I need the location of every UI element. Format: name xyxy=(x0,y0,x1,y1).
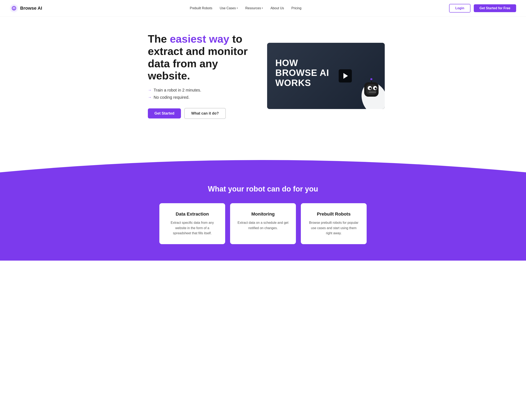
feature-card-title: Prebuilt Robots xyxy=(307,211,360,217)
logo-icon xyxy=(10,4,18,12)
features-section: What your robot can do for you Data Extr… xyxy=(0,148,526,261)
hero-title: The easiest way to extract and monitor d… xyxy=(148,33,255,82)
play-triangle-icon xyxy=(344,73,348,79)
hero-bullets: → Train a robot in 2 minutes. → No codin… xyxy=(148,88,255,100)
video-thumbnail[interactable]: HOW BROWSE AI WORKS xyxy=(267,43,385,109)
navbar-actions: Login Get Started for Free xyxy=(449,4,516,12)
arrow-right-icon: → xyxy=(148,95,152,100)
features-title: What your robot can do for you xyxy=(10,185,516,193)
nav-item-prebuilt-robots[interactable]: Prebuilt Robots xyxy=(190,6,212,10)
feature-card-monitoring: Monitoring Extract data on a schedule an… xyxy=(230,203,296,244)
get-started-free-button[interactable]: Get Started for Free xyxy=(474,4,516,12)
hero-video: HOW BROWSE AI WORKS xyxy=(267,43,385,109)
logo-link[interactable]: Browse AI xyxy=(10,4,42,12)
svg-rect-14 xyxy=(369,92,376,93)
robot-mascot-icon xyxy=(350,66,385,109)
nav-item-about-us[interactable]: About Us xyxy=(270,6,284,10)
arrow-right-icon: → xyxy=(148,88,152,92)
svg-rect-15 xyxy=(371,80,372,83)
svg-rect-6 xyxy=(14,6,14,7)
feature-card-data-extraction: Data Extraction Extract specific data fr… xyxy=(159,203,225,244)
svg-point-4 xyxy=(14,8,15,9)
svg-point-13 xyxy=(375,87,377,90)
feature-card-description: Extract data on a schedule and get notif… xyxy=(237,220,289,231)
video-title-text: HOW BROWSE AI WORKS xyxy=(275,58,329,88)
feature-card-title: Data Extraction xyxy=(166,211,219,217)
hero-section: The easiest way to extract and monitor d… xyxy=(132,16,394,139)
hero-content: The easiest way to extract and monitor d… xyxy=(148,33,255,119)
chevron-down-icon: ▾ xyxy=(237,7,238,10)
feature-card-prebuilt-robots: Prebuilt Robots Browse prebuilt robots f… xyxy=(301,203,367,244)
curve-divider xyxy=(0,148,526,172)
get-started-button[interactable]: Get Started xyxy=(148,108,181,118)
svg-rect-5 xyxy=(13,9,15,10)
feature-card-title: Monitoring xyxy=(237,211,289,217)
feature-card-description: Browse prebuilt robots for popular use c… xyxy=(307,220,360,236)
what-can-it-do-button[interactable]: What can it do? xyxy=(184,108,226,119)
hero-bullet-1: → Train a robot in 2 minutes. xyxy=(148,88,255,92)
chevron-down-icon: ▾ xyxy=(262,7,263,10)
svg-point-16 xyxy=(370,78,372,80)
brand-name: Browse AI xyxy=(20,6,42,11)
hero-buttons: Get Started What can it do? xyxy=(148,108,255,119)
navbar: Browse AI Prebuilt Robots Use Cases ▾ Re… xyxy=(0,0,526,16)
nav-item-resources[interactable]: Resources ▾ xyxy=(245,6,263,10)
features-background: What your robot can do for you Data Extr… xyxy=(0,172,526,261)
nav-item-use-cases[interactable]: Use Cases ▾ xyxy=(220,6,238,10)
hero-bullet-2: → No coding required. xyxy=(148,95,255,100)
nav-links: Prebuilt Robots Use Cases ▾ Resources ▾ … xyxy=(190,6,302,10)
feature-card-description: Extract specific data from any website i… xyxy=(166,220,219,236)
login-button[interactable]: Login xyxy=(449,4,470,12)
svg-point-3 xyxy=(13,8,14,9)
features-cards: Data Extraction Extract specific data fr… xyxy=(150,203,376,244)
svg-point-12 xyxy=(369,87,371,90)
nav-item-pricing[interactable]: Pricing xyxy=(291,6,302,10)
